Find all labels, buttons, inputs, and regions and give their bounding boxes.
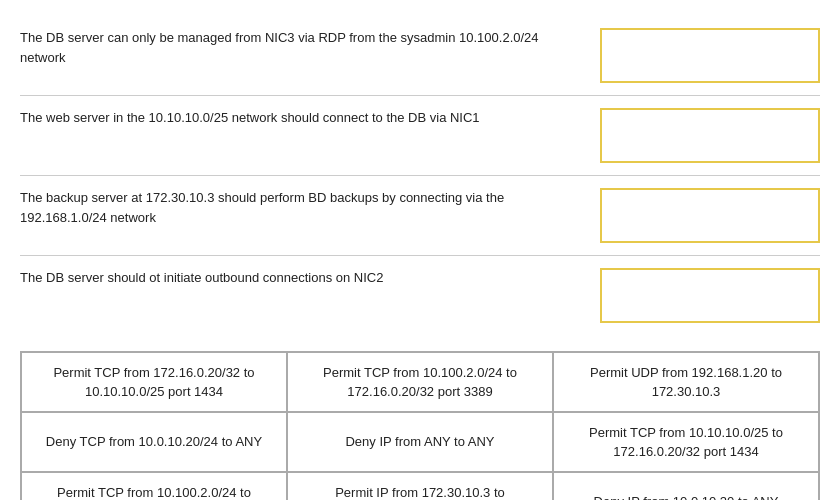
scenario-row-3: The backup server at 172.30.10.3 should …: [20, 180, 820, 251]
scenario-answer-box-1[interactable]: [600, 28, 820, 83]
scenario-text-2: The web server in the 10.10.10.0/25 netw…: [20, 108, 600, 163]
answer-label-1: Permit TCP from 172.16.0.20/32 to 10.10.…: [32, 363, 276, 402]
divider-3: [20, 255, 820, 256]
divider-1: [20, 95, 820, 96]
answer-label-5: Deny IP from ANY to ANY: [345, 432, 494, 452]
scenario-text-3: The backup server at 172.30.10.3 should …: [20, 188, 600, 243]
scenario-label-4: The DB server should ot initiate outboun…: [20, 270, 384, 285]
main-container: The DB server can only be managed from N…: [20, 20, 820, 500]
scenario-label-1: The DB server can only be managed from N…: [20, 30, 539, 65]
answer-cell-2[interactable]: Permit TCP from 10.100.2.0/24 to 172.16.…: [287, 352, 553, 412]
answer-cell-6[interactable]: Permit TCP from 10.10.10.0/25 to 172.16.…: [553, 412, 819, 472]
answer-label-8: Permit IP from 172.30.10.3 to 192.168.1.…: [298, 483, 542, 501]
answer-label-4: Deny TCP from 10.0.10.20/24 to ANY: [46, 432, 262, 452]
answer-label-9: Deny IP from 10.0.10.20 to ANY: [594, 492, 779, 500]
scenario-label-3: The backup server at 172.30.10.3 should …: [20, 190, 504, 225]
answer-cell-5[interactable]: Deny IP from ANY to ANY: [287, 412, 553, 472]
answer-cell-8[interactable]: Permit IP from 172.30.10.3 to 192.168.1.…: [287, 472, 553, 500]
divider-2: [20, 175, 820, 176]
answer-cell-7[interactable]: Permit TCP from 10.100.2.0/24 to 172.16.…: [21, 472, 287, 500]
answer-label-7: Permit TCP from 10.100.2.0/24 to 172.16.…: [32, 483, 276, 501]
scenario-text-4: The DB server should ot initiate outboun…: [20, 268, 600, 323]
answer-label-2: Permit TCP from 10.100.2.0/24 to 172.16.…: [298, 363, 542, 402]
answer-label-3: Permit UDP from 192.168.1.20 to 172.30.1…: [564, 363, 808, 402]
scenarios-section: The DB server can only be managed from N…: [20, 20, 820, 331]
answer-cell-3[interactable]: Permit UDP from 192.168.1.20 to 172.30.1…: [553, 352, 819, 412]
answer-cell-4[interactable]: Deny TCP from 10.0.10.20/24 to ANY: [21, 412, 287, 472]
answer-cell-1[interactable]: Permit TCP from 172.16.0.20/32 to 10.10.…: [21, 352, 287, 412]
answers-grid: Permit TCP from 172.16.0.20/32 to 10.10.…: [20, 351, 820, 500]
scenario-label-2: The web server in the 10.10.10.0/25 netw…: [20, 110, 480, 125]
answer-label-6: Permit TCP from 10.10.10.0/25 to 172.16.…: [564, 423, 808, 462]
scenario-row-1: The DB server can only be managed from N…: [20, 20, 820, 91]
scenario-answer-box-4[interactable]: [600, 268, 820, 323]
scenario-text-1: The DB server can only be managed from N…: [20, 28, 600, 83]
scenario-answer-box-3[interactable]: [600, 188, 820, 243]
scenario-row-2: The web server in the 10.10.10.0/25 netw…: [20, 100, 820, 171]
scenario-row-4: The DB server should ot initiate outboun…: [20, 260, 820, 331]
scenario-answer-box-2[interactable]: [600, 108, 820, 163]
answer-cell-9[interactable]: Deny IP from 10.0.10.20 to ANY: [553, 472, 819, 500]
